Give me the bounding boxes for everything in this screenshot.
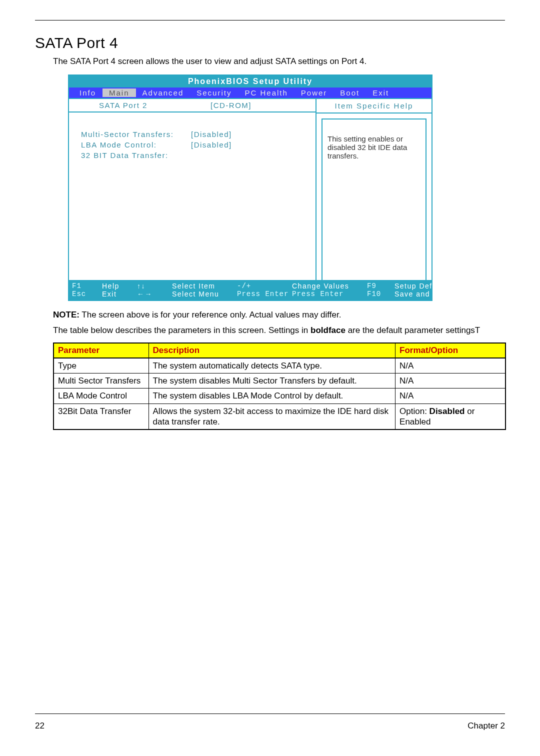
bios-body: SATA Port 2 [CD-ROM] Type: [Auto] Multi-…: [69, 98, 432, 281]
lbl-save-exit: Save and Exit: [394, 290, 451, 298]
lbl-help: Help: [102, 282, 137, 290]
lbl-select-menu: Select Menu: [172, 290, 237, 298]
note-text: The screen above is for your reference o…: [80, 310, 342, 320]
left-header-label: SATA Port 2: [99, 101, 210, 110]
table-row: Multi Sector Transfers The system disabl…: [54, 374, 506, 388]
bios-screenshot: PhoenixBIOS Setup Utility Info Main Adva…: [68, 74, 432, 301]
help-header: Item Specific Help: [316, 99, 432, 114]
bios-left-pane: SATA Port 2 [CD-ROM] Type: [Auto] Multi-…: [69, 99, 316, 280]
page-content: SATA Port 4 The SATA Port 4 screen allow…: [35, 20, 505, 430]
arrow-updown-icon: ↑↓: [137, 282, 172, 290]
param-header-row: Parameter Description Format/Option: [54, 343, 506, 358]
hdr-parameter: Parameter: [54, 343, 148, 358]
key-f1: F1: [72, 282, 102, 290]
bios-title: PhoenixBIOS Setup Utility: [69, 76, 432, 88]
bottom-rule: [35, 714, 505, 714]
bios-left-header: SATA Port 2 [CD-ROM]: [69, 99, 316, 112]
menu-main: Main: [102, 88, 136, 97]
key-f9: F9: [367, 282, 394, 290]
menu-power: Power: [294, 88, 334, 97]
chapter-label: Chapter 2: [468, 721, 505, 731]
hdr-format: Format/Option: [396, 343, 506, 358]
arrow-leftright-icon: ←→: [137, 290, 172, 298]
help-text: This setting enables or disabled 32 bit …: [322, 118, 426, 290]
table-row: LBA Mode Control The system disables LBA…: [54, 388, 506, 404]
menu-exit: Exit: [366, 88, 396, 97]
bios-menubar: Info Main Advanced Security PC Health Po…: [69, 88, 432, 98]
bios-right-pane: Item Specific Help This setting enables …: [316, 99, 432, 280]
intro-paragraph: The SATA Port 4 screen allows the user t…: [53, 56, 505, 66]
bios-settings-rows: Type: [Auto] Multi-Sector Transfers: [Di…: [69, 112, 316, 166]
footer-row: 22 Chapter 2: [35, 721, 505, 731]
lbl-setup-defaults: Setup Defaults: [394, 282, 451, 290]
key-enter-2: Press Enter: [292, 290, 367, 298]
section-heading: SATA Port 4: [35, 34, 505, 52]
key-esc: Esc: [72, 290, 102, 298]
key-f10: F10: [367, 290, 394, 298]
hdr-description: Description: [148, 343, 396, 358]
parameter-table: Parameter Description Format/Option Type…: [53, 342, 506, 430]
table-row: Type The system automatically detects SA…: [54, 358, 506, 374]
table-description: The table below describes the parameters…: [53, 325, 505, 336]
menu-security: Security: [190, 88, 238, 97]
page-number: 22: [35, 721, 44, 731]
lbl-select-item: Select Item: [172, 282, 237, 290]
lbl-exit: Exit: [102, 290, 137, 298]
key-enter-1: Press Enter: [237, 290, 292, 298]
row-32bit: 32 BIT Data Transfer: [Disabled]: [81, 150, 310, 160]
row-type: Type: [Auto]: [81, 118, 310, 129]
key-plusminus: -/+: [237, 282, 292, 290]
bios-footer: F1 Help ↑↓ Select Item -/+ Change Values…: [69, 281, 432, 300]
menu-pc-health: PC Health: [238, 88, 294, 97]
top-rule: [35, 20, 505, 20]
note-label: NOTE:: [53, 310, 80, 320]
row-lba-mode: LBA Mode Control: [Disabled]: [81, 140, 310, 150]
menu-advanced: Advanced: [136, 88, 190, 97]
table-row: 32Bit Data Transfer Allows the system 32…: [54, 404, 506, 430]
menu-boot: Boot: [334, 88, 366, 97]
row-multi-sector: Multi-Sector Transfers: [Disabled]: [81, 129, 310, 140]
note-paragraph: NOTE: The screen above is for your refer…: [53, 310, 505, 320]
page-footer: 22 Chapter 2: [35, 714, 505, 731]
lbl-change-values: Change Values: [292, 282, 367, 290]
menu-info: Info: [73, 88, 102, 97]
left-header-value: [CD-ROM]: [210, 101, 310, 110]
